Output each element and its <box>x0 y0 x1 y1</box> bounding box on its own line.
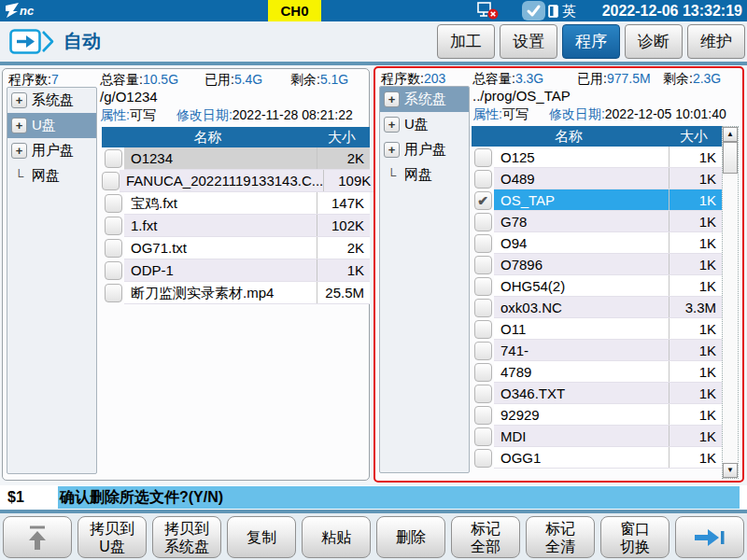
table-row[interactable]: G781K <box>472 211 722 232</box>
softkey-拷贝到U盘[interactable]: 拷贝到U盘 <box>78 516 147 558</box>
stat-label: 总容量: <box>100 72 143 87</box>
table-row[interactable]: MDI1K <box>472 426 722 447</box>
tab-诊断[interactable]: 诊断 <box>625 24 683 59</box>
row-content: FANUCA_20221119133143.C...109K <box>120 170 376 192</box>
checkbox-cell <box>472 170 494 189</box>
softkey-next[interactable] <box>675 516 744 558</box>
expand-icon[interactable]: + <box>11 118 27 133</box>
file-name: 92929 <box>494 404 669 425</box>
tree-item-系统盘[interactable]: +系统盘 <box>380 87 469 112</box>
softkey-复制[interactable]: 复制 <box>227 516 296 558</box>
scrollbar-track[interactable] <box>723 174 738 463</box>
row-checkbox[interactable] <box>474 256 492 274</box>
softkey-up[interactable] <box>3 516 72 558</box>
tree-item-系统盘[interactable]: +系统盘 <box>7 88 96 113</box>
row-checkbox[interactable] <box>474 449 492 468</box>
row-checkbox[interactable] <box>474 363 492 382</box>
row-checkbox[interactable] <box>474 427 492 446</box>
softkey-label: 拷贝到 <box>90 520 134 538</box>
row-checkbox[interactable] <box>474 170 492 189</box>
tab-加工[interactable]: 加工 <box>437 24 495 59</box>
attr-value: 可写 <box>502 106 529 121</box>
table-row[interactable]: O1251K <box>472 147 722 168</box>
expand-icon[interactable]: + <box>384 117 400 133</box>
file-name: OG71.txt <box>124 237 317 259</box>
table-row[interactable]: 1.fxt102K <box>102 215 370 237</box>
row-checkbox[interactable] <box>105 261 122 280</box>
file-table-right: 名称 大小 O1251KO4891K✔OS_TAP1KG781KO941KO78… <box>472 126 722 469</box>
table-row[interactable]: O78961K <box>472 254 722 275</box>
checkbox-cell <box>472 320 494 339</box>
scroll-up-button[interactable]: ▲ <box>723 127 738 142</box>
expand-icon[interactable]: + <box>11 143 27 159</box>
row-checkbox[interactable] <box>105 217 122 235</box>
row-content: G781K <box>494 211 722 232</box>
tree-item-网盘[interactable]: └网盘 <box>380 162 469 188</box>
datetime-display: 2022-12-06 13:32:19 <box>602 0 742 21</box>
row-checkbox[interactable] <box>474 148 492 167</box>
row-checkbox[interactable] <box>105 194 122 213</box>
softkey-粘贴[interactable]: 粘贴 <box>302 516 371 558</box>
softkey-删除[interactable]: 删除 <box>376 516 445 558</box>
date-label: 修改日期: <box>176 107 233 122</box>
row-checkbox[interactable] <box>474 385 492 403</box>
table-row[interactable]: O4891K <box>472 168 722 189</box>
row-checkbox[interactable]: ✔ <box>474 191 492 210</box>
row-checkbox[interactable] <box>474 213 492 231</box>
current-path: ../prog/OS_TAP <box>472 88 571 104</box>
table-row[interactable]: O111K <box>472 318 722 340</box>
row-checkbox[interactable] <box>474 299 492 317</box>
scrollbar[interactable]: ▲ ▼ <box>722 126 739 479</box>
scroll-down-button[interactable]: ▼ <box>723 463 738 478</box>
tree-item-用户盘[interactable]: +用户盘 <box>380 137 469 162</box>
row-checkbox[interactable] <box>105 284 122 302</box>
table-row[interactable]: O346.TXT1K <box>472 383 722 404</box>
tree-item-网盘[interactable]: └网盘 <box>7 163 96 189</box>
row-checkbox[interactable] <box>102 172 120 190</box>
table-row[interactable]: ✔OS_TAP1K <box>472 189 722 211</box>
tab-设置[interactable]: 设置 <box>500 24 557 59</box>
row-checkbox[interactable] <box>105 149 122 168</box>
softkey-标记全清[interactable]: 标记全清 <box>526 516 595 558</box>
tab-维护[interactable]: 维护 <box>687 24 745 59</box>
table-row[interactable]: 47891K <box>472 361 722 383</box>
table-row[interactable]: FANUCA_20221119133143.C...109K <box>102 170 370 192</box>
tree-item-U盘[interactable]: +U盘 <box>380 112 469 137</box>
row-checkbox[interactable] <box>474 320 492 339</box>
table-row[interactable]: 929291K <box>472 404 722 426</box>
checkbox-cell <box>472 256 494 274</box>
table-row[interactable]: 宝鸡.fxt147K <box>102 192 370 215</box>
table-row[interactable]: OGG11K <box>472 447 722 469</box>
row-checkbox[interactable] <box>474 406 492 425</box>
tree-item-label: 网盘 <box>404 166 432 184</box>
row-content: O111K <box>494 318 722 340</box>
row-checkbox[interactable] <box>474 342 492 360</box>
mode-title: 自动 <box>63 21 101 62</box>
tree-item-用户盘[interactable]: +用户盘 <box>7 138 96 163</box>
scrollbar-thumb[interactable] <box>723 142 738 174</box>
table-row[interactable]: 741-1K <box>472 340 722 361</box>
table-row[interactable]: OG71.txt2K <box>102 237 370 259</box>
table-row[interactable]: ODP-11K <box>102 259 370 282</box>
main-area: 程序数:7 总容量:10.5G 已用:5.4G 剩余:5.1G /g/O1234… <box>0 65 747 485</box>
row-checkbox[interactable] <box>105 239 122 258</box>
table-row[interactable]: 断刀监测实录素材.mp425.5M <box>102 282 370 304</box>
table-row[interactable]: O12342K <box>102 147 370 170</box>
softkey-拷贝到系统盘[interactable]: 拷贝到系统盘 <box>152 516 221 558</box>
tab-程序[interactable]: 程序 <box>562 24 620 59</box>
table-row[interactable]: oxk03.NC3.3M <box>472 297 722 318</box>
softkey-标记全部[interactable]: 标记全部 <box>451 516 520 558</box>
row-checkbox[interactable] <box>474 277 492 296</box>
attr-line: 属性:可写修改日期:2022-11-28 08:21:22 <box>100 107 353 124</box>
checkbox-cell <box>472 234 494 253</box>
table-row[interactable]: OHG54(2)1K <box>472 275 722 297</box>
tree-item-U盘[interactable]: +U盘 <box>7 113 96 138</box>
expand-icon[interactable]: + <box>384 142 400 158</box>
expand-icon[interactable]: + <box>11 92 27 108</box>
softkey-label: 删除 <box>396 528 426 546</box>
expand-icon[interactable]: + <box>384 91 400 107</box>
row-checkbox[interactable] <box>474 234 492 253</box>
checkbox-cell <box>102 194 124 213</box>
softkey-窗口切换[interactable]: 窗口切换 <box>600 516 669 558</box>
table-row[interactable]: O941K <box>472 232 722 254</box>
